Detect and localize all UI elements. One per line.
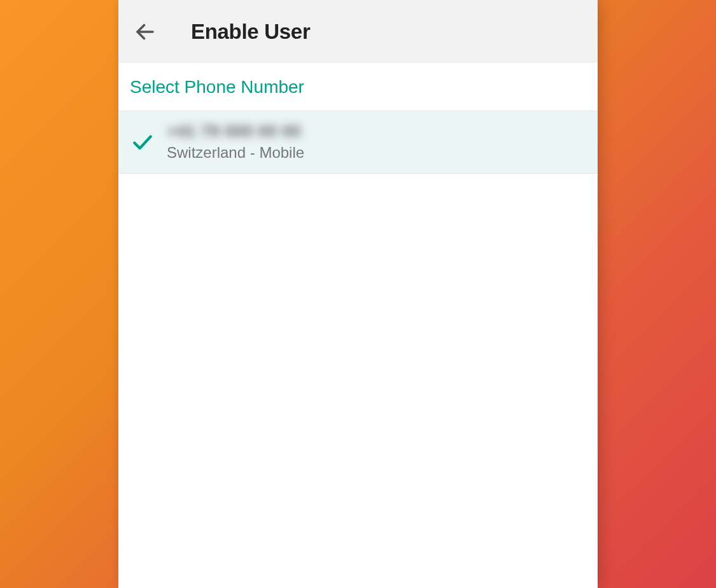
arrow-left-icon [134, 20, 157, 43]
header-bar: Enable User [118, 0, 598, 63]
phone-number-item[interactable]: +41 79 000 00 00 Switzerland - Mobile [118, 110, 598, 174]
section-label: Select Phone Number [118, 63, 598, 110]
app-frame: Enable User Select Phone Number +41 79 0… [118, 0, 598, 588]
page-title: Enable User [191, 20, 310, 44]
back-button[interactable] [130, 17, 160, 47]
phone-details: +41 79 000 00 00 Switzerland - Mobile [167, 122, 304, 162]
content-area [118, 174, 598, 588]
phone-number: +41 79 000 00 00 [167, 122, 304, 141]
phone-type-label: Switzerland - Mobile [167, 144, 304, 162]
check-icon [130, 129, 155, 155]
